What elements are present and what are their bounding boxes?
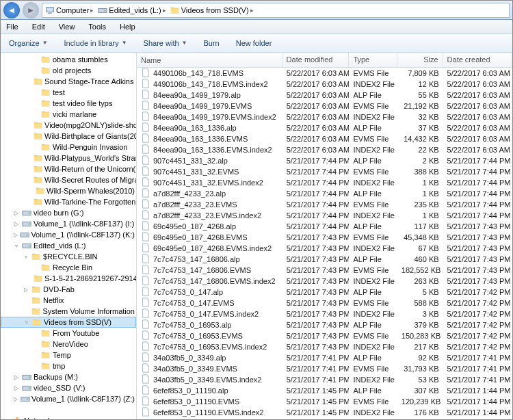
col-created[interactable]: Date created (443, 53, 512, 67)
file-row[interactable]: 69c495e0_187_4268.EVMS.index25/21/2017 7… (137, 243, 512, 254)
file-row[interactable]: 907c4451_331_32.EVMS.index25/21/2017 7:4… (137, 177, 512, 188)
tree-item[interactable]: System Volume Information (1, 306, 136, 317)
file-row[interactable]: 34a03fb5_0_3349.alp5/21/2017 7:41 PMALP … (137, 352, 512, 363)
expand-icon[interactable]: ▿ (13, 243, 20, 249)
file-row[interactable]: tmp6/4/2017 9:29 AMFile folder6/4/2017 9… (137, 418, 512, 419)
file-row[interactable]: 84eea90a_1499_1979.EVMS.index25/22/2017 … (137, 111, 512, 122)
expand-icon[interactable]: ▷ (13, 210, 20, 216)
tree-item[interactable]: ▷Volume_1 (\\dlink-C8F137) (Z:) (1, 393, 136, 404)
file-row[interactable]: a7d82fff_4233_23.EVMS5/21/2017 7:44 PMEV… (137, 199, 512, 210)
file-row[interactable]: 6efef853_0_11190.alp5/21/2017 1:45 PMALP… (137, 385, 512, 396)
breadcrumb-item[interactable]: Videos from SSD(V)▸ (169, 5, 255, 15)
file-row[interactable]: 7c7c4753_0_147.alp5/21/2017 7:43 PMALP F… (137, 287, 512, 298)
file-row[interactable]: 34a03fb5_0_3349.EVMS.index25/21/2017 7:4… (137, 374, 512, 385)
tree-item[interactable]: ▷video_SSD (V:) (1, 382, 136, 393)
tree-item[interactable]: Sound Stage-Trace Adkins and Travi (1, 76, 136, 87)
menu-view[interactable]: View (56, 22, 78, 31)
menu-tools[interactable]: Tools (86, 22, 109, 31)
tree-item[interactable]: Temp (1, 350, 136, 360)
nav-back-button[interactable]: ◄ (3, 2, 20, 18)
new-folder-button[interactable]: New folder (233, 38, 275, 49)
file-row[interactable]: 7c7c4753_0_16953.EVMS.index25/21/2017 7:… (137, 341, 512, 352)
tree-item[interactable]: Wild-Birthplace of Giants(2015) (1, 131, 136, 142)
col-date[interactable]: Date modified (282, 53, 350, 67)
burn-button[interactable]: Burn (200, 38, 222, 49)
tree-item[interactable]: Video(mpg2ONLY)slide-show-only- (1, 120, 136, 131)
file-row[interactable]: 84eea90a_1499_1979.alp5/22/2017 6:03 AMA… (137, 90, 512, 101)
tree-item[interactable]: NeroVideo (1, 339, 136, 350)
tree-item[interactable]: ▷Volume_1 (\\dlink-C8F137) (I:) (1, 218, 136, 229)
file-row[interactable]: 7c7c4753_0_147.EVMS5/21/2017 7:43 PMEVMS… (137, 298, 512, 309)
tree-item[interactable]: ▷Volume_1 (\\dlink-C8F137) (K:) (1, 229, 136, 240)
file-list[interactable]: Name Date modified Type Size Date create… (137, 53, 512, 419)
file-row[interactable]: 84eea90a_163_1336.alp5/22/2017 6:03 AMAL… (137, 122, 512, 133)
tree-item[interactable]: ▷DVD-Fab (1, 284, 136, 295)
tree-item[interactable]: Wild-Penguin Invasion (1, 142, 136, 153)
file-row[interactable]: 7c7c4753_147_16806.EVMS.index25/21/2017 … (137, 276, 512, 287)
col-name[interactable]: Name (137, 53, 282, 67)
expand-icon[interactable]: ▷ (13, 374, 20, 380)
file-row[interactable]: 69c495e0_187_4268.EVMS5/21/2017 7:43 PME… (137, 232, 512, 243)
expand-icon[interactable]: ▿ (23, 254, 29, 260)
tree-item[interactable]: Wild-Tarkine-The Forgotten Wilderr (1, 196, 136, 207)
file-row[interactable]: 7c7c4753_0_16953.alp5/21/2017 7:43 PMALP… (137, 319, 512, 330)
file-row[interactable]: 34a03fb5_0_3349.EVMS5/21/2017 7:41 PMEVM… (137, 363, 512, 374)
nav-forward-button[interactable]: ► (23, 2, 39, 18)
file-row[interactable]: 907c4451_331_32.EVMS5/21/2017 7:44 PMEVM… (137, 166, 512, 177)
tree-item[interactable]: ▿Network (1, 415, 136, 419)
organize-button[interactable]: Organize ▼ (6, 38, 51, 49)
file-row[interactable]: 84eea90a_163_1336.EVMS5/22/2017 6:03 AME… (137, 133, 512, 144)
tree-item[interactable]: ▿$RECYCLE.BIN (1, 251, 136, 262)
tree-item[interactable]: S-1-5-21-2869219267-291480784-390 (1, 273, 136, 284)
tree-item[interactable]: Netflix (1, 295, 136, 306)
tree-item[interactable]: old projects (1, 65, 136, 76)
expand-icon[interactable]: ▷ (13, 221, 20, 227)
tree-item[interactable]: Wild-Sperm Whales(2010) (1, 185, 136, 196)
tree-item[interactable]: From Youtube (1, 328, 136, 339)
file-row[interactable]: 6efef853_0_11190.EVMS5/21/2017 1:45 PMEV… (137, 396, 512, 407)
menu-file[interactable]: File (3, 22, 21, 31)
share-with-button[interactable]: Share with ▼ (141, 38, 190, 49)
col-type[interactable]: Type (349, 53, 397, 67)
expand-icon[interactable]: ▷ (13, 396, 19, 402)
file-row[interactable]: 907c4451_331_32.alp5/21/2017 7:44 PMALP … (137, 155, 512, 166)
breadcrumb-item[interactable]: Computer▸ (44, 5, 95, 15)
file-row[interactable]: 4490106b_143_718.EVMS.index25/22/2017 6:… (137, 79, 512, 90)
file-row[interactable]: 6efef853_0_11190.EVMS.index25/21/2017 1:… (137, 407, 512, 418)
folder-tree[interactable]: obama stumblesold projectsSound Stage-Tr… (1, 53, 137, 419)
file-row[interactable]: 7c7c4753_147_16806.alp5/21/2017 7:43 PMA… (137, 254, 512, 265)
expand-icon[interactable]: ▷ (13, 232, 18, 238)
tree-item[interactable]: ▷video burn (G:) (1, 207, 136, 218)
expand-icon[interactable]: ▿ (23, 319, 30, 326)
tree-item[interactable]: test video file typs (1, 98, 136, 109)
tree-item[interactable]: vicki marlane (1, 109, 136, 120)
tree-item[interactable]: ▿Edited_vids (L:) (1, 240, 136, 251)
tree-item[interactable]: obama stumbles (1, 54, 136, 65)
menu-edit[interactable]: Edit (29, 22, 48, 31)
file-row[interactable]: 7c7c4753_0_16953.EVMS5/21/2017 7:43 PMEV… (137, 330, 512, 341)
file-row[interactable]: 84eea90a_163_1336.EVMS.index25/22/2017 6… (137, 144, 512, 155)
file-row[interactable]: 7c7c4753_147_16806.EVMS5/21/2017 7:43 PM… (137, 265, 512, 276)
breadcrumb-item[interactable]: Edited_vids (L:)▸ (96, 5, 167, 15)
tree-item[interactable]: Recycle Bin (1, 262, 136, 273)
tree-item[interactable]: Wild-Secret Routes of Migratory Birc (1, 174, 136, 185)
tree-item[interactable] (1, 404, 136, 415)
tree-item[interactable]: ▿Videos from SSD(V) (1, 317, 136, 328)
include-library-button[interactable]: Include in library ▼ (62, 38, 130, 49)
file-row[interactable]: 7c7c4753_0_147.EVMS.index25/21/2017 7:43… (137, 309, 512, 319)
tree-item[interactable]: tmp (1, 360, 136, 371)
file-row[interactable]: 84eea90a_1499_1979.EVMS5/22/2017 6:03 AM… (137, 101, 512, 111)
expand-icon[interactable]: ▷ (23, 287, 29, 293)
tree-item[interactable]: ▷Backups (M:) (1, 371, 136, 382)
file-row[interactable]: a7d82fff_4233_23.EVMS.index25/21/2017 7:… (137, 210, 512, 221)
tree-item[interactable]: Wild-Return of the Unicorn(1999) (1, 163, 136, 174)
file-row[interactable]: a7d82fff_4233_23.alp5/21/2017 7:44 PMALP… (137, 188, 512, 199)
menu-help[interactable]: Help (117, 22, 138, 31)
expand-icon[interactable]: ▷ (13, 385, 20, 391)
file-row[interactable]: 69c495e0_187_4268.alp5/21/2017 7:44 PMAL… (137, 221, 512, 232)
tree-item[interactable]: Wild-Platypus_World's Strangest An (1, 153, 136, 163)
file-row[interactable]: 4490106b_143_718.EVMS5/22/2017 6:03 AMEV… (137, 68, 512, 79)
address-bar[interactable]: Computer▸Edited_vids (L:)▸Videos from SS… (42, 3, 510, 18)
tree-item[interactable]: test (1, 87, 136, 98)
col-size[interactable]: Size (397, 53, 443, 67)
